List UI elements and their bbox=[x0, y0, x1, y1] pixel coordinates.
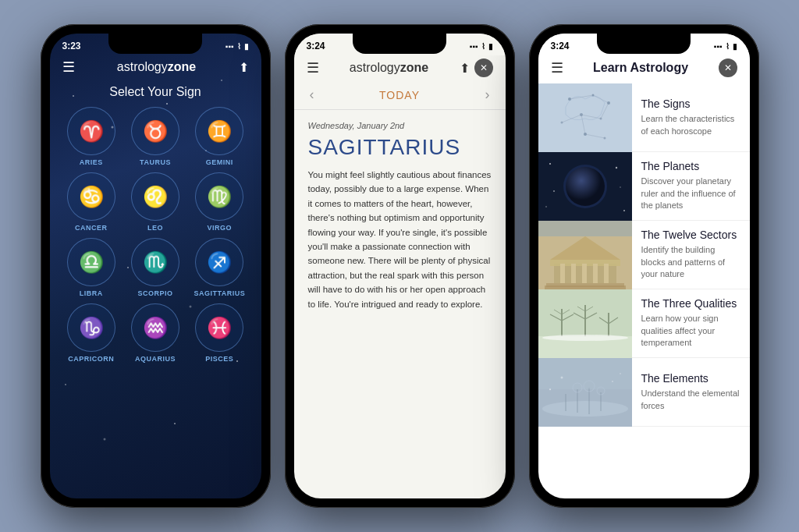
close-button-2[interactable]: ✕ bbox=[474, 59, 493, 77]
learn-desc-elements: Understand the elemental forces bbox=[641, 388, 740, 412]
svg-point-32 bbox=[615, 166, 616, 168]
hamburger-menu-1[interactable]: ☰ bbox=[62, 59, 75, 76]
learn-desc-planets: Discover your planetary ruler and the in… bbox=[641, 176, 740, 211]
sign-item-libra[interactable]: ♎ LIBRA bbox=[62, 238, 120, 297]
sign-item-pisces[interactable]: ♓ PISCES bbox=[190, 303, 248, 363]
svg-point-64 bbox=[542, 335, 628, 341]
wifi-icon-3: ⌇ bbox=[726, 42, 730, 51]
learn-thumb-planets bbox=[538, 152, 632, 221]
learn-info-elements: The Elements Understand the elemental fo… bbox=[632, 366, 750, 418]
sign-item-virgo[interactable]: ♍ VIRGO bbox=[190, 172, 248, 232]
sign-circle-taurus: ♉ bbox=[131, 107, 179, 155]
sign-name-leo: LEO bbox=[147, 224, 163, 232]
sign-circle-pisces: ♓ bbox=[195, 303, 243, 352]
svg-point-31 bbox=[549, 163, 551, 165]
app-name-light-2: astrology bbox=[350, 61, 400, 74]
sign-name-taurus: TAURUS bbox=[140, 158, 171, 166]
phone1-screen: 3:23 ▪▪▪ ⌇ ▮ ☰ astrologyzone ⬆ Select Yo… bbox=[50, 34, 261, 498]
sign-item-taurus[interactable]: ♉ TAURUS bbox=[126, 107, 184, 166]
signal-icon-3: ▪▪▪ bbox=[714, 42, 723, 51]
phone-2: 3:24 ▪▪▪ ⌇ ▮ ☰ astrologyzone ⬆ ✕ bbox=[285, 24, 515, 508]
learn-item-qualities[interactable]: The Three Qualities Learn how your sign … bbox=[538, 289, 750, 358]
battery-icon: ▮ bbox=[244, 42, 249, 51]
learn-desc-sectors: Identify the building blocks and pattern… bbox=[641, 244, 740, 280]
today-nav: ‹ TODAY › bbox=[294, 83, 506, 110]
sign-item-scorpio[interactable]: ♏ SCORPIO bbox=[126, 238, 184, 297]
sign-item-aries[interactable]: ♈ ARIES bbox=[62, 107, 120, 166]
sign-circle-cancer: ♋ bbox=[67, 172, 115, 221]
learn-title-sectors: The Twelve Sectors bbox=[641, 229, 740, 241]
wifi-icon-2: ⌇ bbox=[481, 42, 485, 51]
status-time-3: 3:24 bbox=[551, 41, 570, 51]
svg-point-33 bbox=[545, 206, 547, 207]
learn-item-sectors[interactable]: The Twelve Sectors Identify the building… bbox=[538, 221, 750, 289]
app-name-bold: zone bbox=[168, 60, 196, 73]
close-icon-2: ✕ bbox=[480, 62, 488, 73]
share-icon-2[interactable]: ⬆ bbox=[460, 61, 470, 76]
learn-item-planets[interactable]: The Planets Discover your planetary rule… bbox=[538, 152, 750, 221]
learn-astrology-title: Learn Astrology bbox=[593, 61, 688, 75]
status-time-1: 3:23 bbox=[62, 41, 81, 51]
app-name-light: astrology bbox=[117, 60, 168, 73]
reading-text: You might feel slightly cautious about f… bbox=[308, 168, 492, 311]
sign-name-capricorn: CAPRICORN bbox=[68, 355, 114, 363]
header-bar-2: ☰ astrologyzone ⬆ ✕ bbox=[294, 55, 506, 83]
notch-3 bbox=[597, 34, 691, 54]
learn-info-qualities: The Three Qualities Learn how your sign … bbox=[632, 291, 750, 355]
learn-item-signs[interactable]: The Signs Learn the characteristics of e… bbox=[538, 83, 750, 152]
learn-desc-signs: Learn the characteristics of each horosc… bbox=[641, 113, 740, 137]
svg-point-30 bbox=[566, 167, 605, 206]
learn-title-signs: The Signs bbox=[641, 98, 740, 110]
select-sign-title: Select Your Sign bbox=[50, 82, 261, 107]
learn-list: The Signs Learn the characteristics of e… bbox=[538, 83, 750, 492]
sign-item-gemini[interactable]: ♊ GEMINI bbox=[190, 107, 248, 166]
svg-point-66 bbox=[542, 401, 628, 417]
learn-info-signs: The Signs Learn the characteristics of e… bbox=[632, 91, 750, 144]
svg-point-11 bbox=[174, 423, 176, 424]
svg-point-34 bbox=[623, 210, 625, 211]
svg-rect-48 bbox=[538, 221, 632, 236]
phone-3: 3:24 ▪▪▪ ⌇ ▮ ☰ Learn Astrology ✕ bbox=[529, 24, 759, 508]
svg-rect-40 bbox=[560, 264, 565, 283]
learn-thumb-sectors bbox=[538, 221, 632, 289]
learn-title-elements: The Elements bbox=[641, 372, 740, 385]
status-icons-1: ▪▪▪ ⌇ ▮ bbox=[225, 42, 249, 51]
sign-name-libra: LIBRA bbox=[80, 289, 103, 297]
sign-item-leo[interactable]: ♌ LEO bbox=[126, 172, 184, 232]
sign-circle-virgo: ♍ bbox=[195, 172, 243, 221]
app-name-bold-2: zone bbox=[400, 61, 428, 74]
phone-1: 3:23 ▪▪▪ ⌇ ▮ ☰ astrologyzone ⬆ Select Yo… bbox=[41, 24, 271, 508]
svg-rect-43 bbox=[593, 264, 598, 283]
svg-point-36 bbox=[553, 190, 555, 192]
nav-arrow-left[interactable]: ‹ bbox=[310, 87, 314, 103]
sign-item-aquarius[interactable]: ♒ AQUARIUS bbox=[126, 303, 184, 363]
learn-item-elements[interactable]: The Elements Understand the elemental fo… bbox=[538, 358, 750, 427]
status-time-2: 3:24 bbox=[307, 41, 325, 51]
svg-rect-78 bbox=[538, 358, 632, 389]
share-icon-1[interactable]: ⬆ bbox=[239, 60, 249, 75]
learn-title-planets: The Planets bbox=[641, 160, 740, 172]
phone3-screen: 3:24 ▪▪▪ ⌇ ▮ ☰ Learn Astrology ✕ bbox=[538, 34, 750, 498]
signal-icon: ▪▪▪ bbox=[225, 42, 234, 51]
sign-item-cancer[interactable]: ♋ CANCER bbox=[62, 172, 120, 232]
screen-container: 3:23 ▪▪▪ ⌇ ▮ ☰ astrologyzone ⬆ Select Yo… bbox=[0, 0, 799, 532]
sign-item-capricorn[interactable]: ♑ CAPRICORN bbox=[62, 303, 120, 363]
app-title-2: astrologyzone bbox=[350, 61, 428, 75]
battery-icon-3: ▮ bbox=[733, 42, 737, 51]
hamburger-menu-3[interactable]: ☰ bbox=[551, 59, 563, 76]
signal-icon-2: ▪▪▪ bbox=[470, 42, 478, 51]
reading-sign-title: SAGITTARIUS bbox=[308, 135, 492, 160]
notch-2 bbox=[353, 34, 446, 54]
phone3-header: ☰ Learn Astrology ✕ bbox=[538, 55, 750, 83]
svg-point-10 bbox=[103, 438, 105, 441]
hamburger-menu-2[interactable]: ☰ bbox=[307, 59, 319, 76]
sign-circle-scorpio: ♏ bbox=[131, 238, 179, 286]
app-title-1: astrologyzone bbox=[117, 60, 196, 74]
sign-circle-sagittarius: ♐ bbox=[195, 238, 243, 286]
sign-item-sagittarius[interactable]: ♐ SAGITTARIUS bbox=[190, 238, 248, 297]
svg-rect-12 bbox=[538, 83, 632, 152]
close-button-3[interactable]: ✕ bbox=[719, 59, 737, 77]
sign-name-aries: ARIES bbox=[80, 158, 103, 166]
sign-name-sagittarius: SAGITTARIUS bbox=[194, 289, 245, 297]
nav-arrow-right[interactable]: › bbox=[485, 87, 490, 103]
